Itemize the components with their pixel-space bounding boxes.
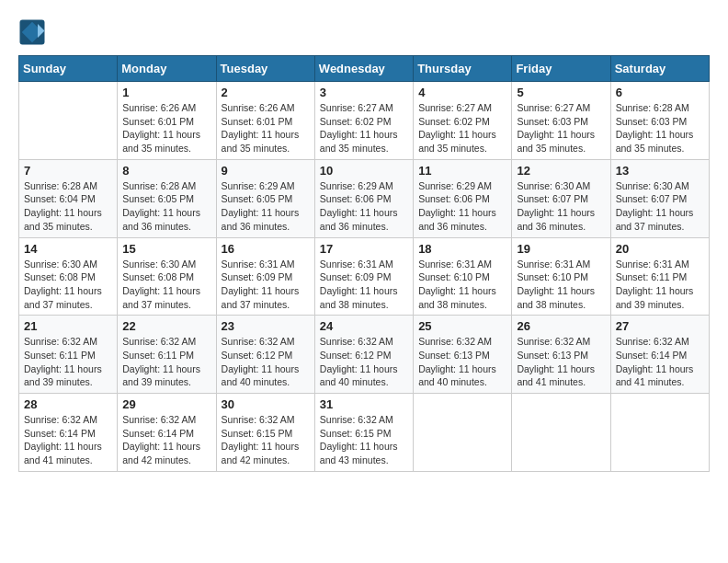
calendar-cell: 22Sunrise: 6:32 AM Sunset: 6:11 PM Dayli… — [118, 316, 216, 394]
calendar-body: 1Sunrise: 6:26 AM Sunset: 6:01 PM Daylig… — [19, 82, 710, 472]
calendar-cell: 31Sunrise: 6:32 AM Sunset: 6:15 PM Dayli… — [314, 394, 413, 472]
calendar-cell: 15Sunrise: 6:30 AM Sunset: 6:08 PM Dayli… — [118, 237, 216, 316]
day-number: 15 — [122, 242, 210, 256]
day-info: Sunrise: 6:32 AM Sunset: 6:12 PM Dayligh… — [222, 335, 310, 389]
day-info: Sunrise: 6:32 AM Sunset: 6:15 PM Dayligh… — [320, 413, 408, 467]
day-info: Sunrise: 6:32 AM Sunset: 6:12 PM Dayligh… — [320, 335, 408, 389]
calendar-cell: 26Sunrise: 6:32 AM Sunset: 6:13 PM Dayli… — [512, 316, 610, 394]
day-number: 8 — [122, 164, 210, 178]
day-number: 25 — [418, 319, 506, 333]
calendar-cell: 12Sunrise: 6:30 AM Sunset: 6:07 PM Dayli… — [512, 159, 610, 237]
calendar-cell: 13Sunrise: 6:30 AM Sunset: 6:07 PM Dayli… — [610, 159, 709, 237]
calendar-cell — [414, 394, 512, 472]
day-number: 7 — [24, 164, 112, 178]
weekday-header: Sunday — [19, 56, 118, 82]
day-info: Sunrise: 6:31 AM Sunset: 6:09 PM Dayligh… — [222, 258, 310, 312]
day-info: Sunrise: 6:31 AM Sunset: 6:10 PM Dayligh… — [418, 258, 506, 312]
day-number: 22 — [122, 319, 210, 333]
calendar-cell: 2Sunrise: 6:26 AM Sunset: 6:01 PM Daylig… — [216, 82, 314, 160]
calendar-cell: 11Sunrise: 6:29 AM Sunset: 6:06 PM Dayli… — [414, 159, 512, 237]
day-info: Sunrise: 6:28 AM Sunset: 6:05 PM Dayligh… — [122, 179, 210, 234]
day-number: 24 — [320, 319, 408, 333]
day-info: Sunrise: 6:31 AM Sunset: 6:11 PM Dayligh… — [616, 258, 704, 312]
day-number: 31 — [320, 397, 408, 411]
day-info: Sunrise: 6:30 AM Sunset: 6:08 PM Dayligh… — [122, 258, 210, 312]
calendar-cell: 4Sunrise: 6:27 AM Sunset: 6:02 PM Daylig… — [414, 82, 512, 160]
calendar-table: SundayMondayTuesdayWednesdayThursdayFrid… — [18, 55, 710, 472]
calendar-cell: 28Sunrise: 6:32 AM Sunset: 6:14 PM Dayli… — [19, 394, 118, 472]
weekday-header: Wednesday — [314, 56, 413, 82]
day-info: Sunrise: 6:30 AM Sunset: 6:07 PM Dayligh… — [517, 179, 605, 234]
day-info: Sunrise: 6:27 AM Sunset: 6:03 PM Dayligh… — [517, 101, 605, 155]
day-info: Sunrise: 6:30 AM Sunset: 6:07 PM Dayligh… — [616, 179, 704, 234]
day-number: 17 — [320, 242, 408, 256]
calendar-cell: 14Sunrise: 6:30 AM Sunset: 6:08 PM Dayli… — [19, 237, 118, 316]
logo — [18, 18, 50, 46]
day-number: 4 — [418, 86, 506, 99]
calendar-week-row: 7Sunrise: 6:28 AM Sunset: 6:04 PM Daylig… — [19, 159, 710, 237]
calendar-cell: 8Sunrise: 6:28 AM Sunset: 6:05 PM Daylig… — [118, 159, 216, 237]
calendar-cell: 30Sunrise: 6:32 AM Sunset: 6:15 PM Dayli… — [216, 394, 314, 472]
day-number: 18 — [418, 242, 506, 256]
day-info: Sunrise: 6:32 AM Sunset: 6:11 PM Dayligh… — [122, 335, 210, 389]
day-info: Sunrise: 6:29 AM Sunset: 6:06 PM Dayligh… — [418, 179, 506, 234]
day-number: 12 — [517, 164, 605, 178]
day-info: Sunrise: 6:32 AM Sunset: 6:15 PM Dayligh… — [222, 413, 310, 467]
calendar-cell: 9Sunrise: 6:29 AM Sunset: 6:05 PM Daylig… — [216, 159, 314, 237]
calendar-cell: 19Sunrise: 6:31 AM Sunset: 6:10 PM Dayli… — [512, 237, 610, 316]
calendar-cell — [512, 394, 610, 472]
weekday-header: Friday — [512, 56, 610, 82]
day-info: Sunrise: 6:26 AM Sunset: 6:01 PM Dayligh… — [222, 101, 310, 155]
day-info: Sunrise: 6:29 AM Sunset: 6:05 PM Dayligh… — [222, 179, 310, 234]
calendar-cell: 27Sunrise: 6:32 AM Sunset: 6:14 PM Dayli… — [610, 316, 709, 394]
day-info: Sunrise: 6:31 AM Sunset: 6:10 PM Dayligh… — [517, 258, 605, 312]
day-number: 5 — [517, 86, 605, 99]
calendar-cell: 18Sunrise: 6:31 AM Sunset: 6:10 PM Dayli… — [414, 237, 512, 316]
weekday-header: Saturday — [610, 56, 709, 82]
day-number: 19 — [517, 242, 605, 256]
day-number: 13 — [616, 164, 704, 178]
calendar-cell: 25Sunrise: 6:32 AM Sunset: 6:13 PM Dayli… — [414, 316, 512, 394]
calendar-cell: 7Sunrise: 6:28 AM Sunset: 6:04 PM Daylig… — [19, 159, 118, 237]
calendar-cell: 17Sunrise: 6:31 AM Sunset: 6:09 PM Dayli… — [314, 237, 413, 316]
calendar-cell: 29Sunrise: 6:32 AM Sunset: 6:14 PM Dayli… — [118, 394, 216, 472]
day-number: 28 — [24, 397, 112, 411]
day-number: 29 — [122, 397, 210, 411]
day-number: 6 — [616, 86, 704, 99]
weekday-header: Thursday — [414, 56, 512, 82]
calendar-cell: 5Sunrise: 6:27 AM Sunset: 6:03 PM Daylig… — [512, 82, 610, 160]
calendar-week-row: 14Sunrise: 6:30 AM Sunset: 6:08 PM Dayli… — [19, 237, 710, 316]
day-number: 2 — [222, 86, 310, 99]
calendar-cell: 21Sunrise: 6:32 AM Sunset: 6:11 PM Dayli… — [19, 316, 118, 394]
calendar-cell: 20Sunrise: 6:31 AM Sunset: 6:11 PM Dayli… — [610, 237, 709, 316]
weekday-header: Tuesday — [216, 56, 314, 82]
day-info: Sunrise: 6:32 AM Sunset: 6:14 PM Dayligh… — [122, 413, 210, 467]
day-number: 10 — [320, 164, 408, 178]
calendar-cell: 1Sunrise: 6:26 AM Sunset: 6:01 PM Daylig… — [118, 82, 216, 160]
logo-icon — [18, 18, 46, 46]
day-number: 23 — [222, 319, 310, 333]
calendar-cell — [19, 82, 118, 160]
calendar-cell: 16Sunrise: 6:31 AM Sunset: 6:09 PM Dayli… — [216, 237, 314, 316]
day-number: 27 — [616, 319, 704, 333]
calendar-cell: 3Sunrise: 6:27 AM Sunset: 6:02 PM Daylig… — [314, 82, 413, 160]
day-number: 26 — [517, 319, 605, 333]
weekday-header: Monday — [118, 56, 216, 82]
day-info: Sunrise: 6:30 AM Sunset: 6:08 PM Dayligh… — [24, 258, 112, 312]
day-info: Sunrise: 6:29 AM Sunset: 6:06 PM Dayligh… — [320, 179, 408, 234]
calendar-cell: 24Sunrise: 6:32 AM Sunset: 6:12 PM Dayli… — [314, 316, 413, 394]
day-info: Sunrise: 6:26 AM Sunset: 6:01 PM Dayligh… — [122, 101, 210, 155]
calendar-header: SundayMondayTuesdayWednesdayThursdayFrid… — [19, 56, 710, 82]
day-info: Sunrise: 6:27 AM Sunset: 6:02 PM Dayligh… — [418, 101, 506, 155]
calendar-cell — [610, 394, 709, 472]
calendar-week-row: 1Sunrise: 6:26 AM Sunset: 6:01 PM Daylig… — [19, 82, 710, 160]
weekday-row: SundayMondayTuesdayWednesdayThursdayFrid… — [19, 56, 710, 82]
day-info: Sunrise: 6:32 AM Sunset: 6:13 PM Dayligh… — [517, 335, 605, 389]
day-number: 20 — [616, 242, 704, 256]
calendar-week-row: 28Sunrise: 6:32 AM Sunset: 6:14 PM Dayli… — [19, 394, 710, 472]
day-info: Sunrise: 6:32 AM Sunset: 6:14 PM Dayligh… — [616, 335, 704, 389]
day-number: 14 — [24, 242, 112, 256]
calendar-week-row: 21Sunrise: 6:32 AM Sunset: 6:11 PM Dayli… — [19, 316, 710, 394]
day-info: Sunrise: 6:28 AM Sunset: 6:04 PM Dayligh… — [24, 179, 112, 234]
day-info: Sunrise: 6:31 AM Sunset: 6:09 PM Dayligh… — [320, 258, 408, 312]
